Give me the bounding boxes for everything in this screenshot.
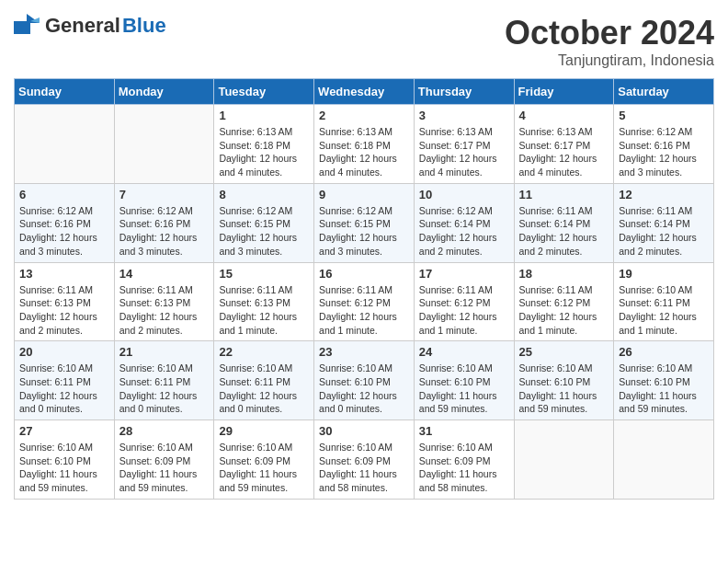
day-number: 21 xyxy=(119,345,210,359)
calendar-day-cell: 18Sunrise: 6:11 AM Sunset: 6:12 PM Dayli… xyxy=(514,262,614,341)
day-number: 27 xyxy=(19,424,109,438)
weekday-header: Wednesday xyxy=(314,79,415,105)
calendar-day-cell: 10Sunrise: 6:12 AM Sunset: 6:14 PM Dayli… xyxy=(414,183,514,262)
calendar-day-cell: 19Sunrise: 6:10 AM Sunset: 6:11 PM Dayli… xyxy=(614,262,714,341)
day-number: 6 xyxy=(19,188,109,201)
calendar-table: SundayMondayTuesdayWednesdayThursdayFrid… xyxy=(14,78,714,500)
day-info: Sunrise: 6:11 AM Sunset: 6:13 PM Dayligh… xyxy=(19,283,109,338)
day-info: Sunrise: 6:11 AM Sunset: 6:12 PM Dayligh… xyxy=(419,283,509,338)
day-info: Sunrise: 6:10 AM Sunset: 6:09 PM Dayligh… xyxy=(119,441,210,495)
month-title: October 2024 xyxy=(505,14,714,52)
day-number: 8 xyxy=(219,188,309,201)
calendar-day-cell: 22Sunrise: 6:10 AM Sunset: 6:11 PM Dayli… xyxy=(214,341,314,420)
day-number: 28 xyxy=(119,424,210,438)
calendar-day-cell: 15Sunrise: 6:11 AM Sunset: 6:13 PM Dayli… xyxy=(214,262,314,341)
day-info: Sunrise: 6:10 AM Sunset: 6:10 PM Dayligh… xyxy=(319,362,409,416)
day-info: Sunrise: 6:11 AM Sunset: 6:13 PM Dayligh… xyxy=(219,283,309,338)
day-info: Sunrise: 6:13 AM Sunset: 6:17 PM Dayligh… xyxy=(419,125,509,179)
calendar-day-cell: 16Sunrise: 6:11 AM Sunset: 6:12 PM Dayli… xyxy=(314,262,415,341)
calendar-day-cell: 31Sunrise: 6:10 AM Sunset: 6:09 PM Dayli… xyxy=(414,420,514,500)
location-text: Tanjungtiram, Indonesia xyxy=(505,52,714,69)
day-number: 30 xyxy=(319,424,409,438)
day-number: 29 xyxy=(219,424,309,438)
weekday-header: Thursday xyxy=(414,79,514,105)
calendar-day-cell: 8Sunrise: 6:12 AM Sunset: 6:15 PM Daylig… xyxy=(214,183,314,262)
day-info: Sunrise: 6:11 AM Sunset: 6:14 PM Dayligh… xyxy=(619,204,709,259)
calendar-week-row: 13Sunrise: 6:11 AM Sunset: 6:13 PM Dayli… xyxy=(15,262,714,341)
day-info: Sunrise: 6:10 AM Sunset: 6:11 PM Dayligh… xyxy=(219,362,309,416)
day-info: Sunrise: 6:10 AM Sunset: 6:09 PM Dayligh… xyxy=(419,441,509,495)
day-number: 11 xyxy=(519,188,609,201)
calendar-day-cell: 24Sunrise: 6:10 AM Sunset: 6:10 PM Dayli… xyxy=(414,341,514,420)
calendar-day-cell: 11Sunrise: 6:11 AM Sunset: 6:14 PM Dayli… xyxy=(514,183,614,262)
weekday-header: Tuesday xyxy=(214,79,314,105)
day-info: Sunrise: 6:10 AM Sunset: 6:11 PM Dayligh… xyxy=(119,362,210,416)
calendar-day-cell: 25Sunrise: 6:10 AM Sunset: 6:10 PM Dayli… xyxy=(514,341,614,420)
day-number: 24 xyxy=(419,345,509,359)
day-number: 25 xyxy=(519,345,609,359)
page-header: GeneralBlue October 2024 Tanjungtiram, I… xyxy=(14,14,714,69)
day-number: 22 xyxy=(219,345,309,359)
day-number: 2 xyxy=(319,109,409,122)
weekday-header: Monday xyxy=(114,79,214,105)
day-number: 3 xyxy=(419,109,509,122)
day-info: Sunrise: 6:12 AM Sunset: 6:14 PM Dayligh… xyxy=(419,204,509,259)
calendar-day-cell: 14Sunrise: 6:11 AM Sunset: 6:13 PM Dayli… xyxy=(114,262,214,341)
svg-rect-0 xyxy=(14,21,30,34)
calendar-day-cell: 21Sunrise: 6:10 AM Sunset: 6:11 PM Dayli… xyxy=(114,341,214,420)
weekday-header: Sunday xyxy=(15,79,115,105)
calendar-day-cell: 7Sunrise: 6:12 AM Sunset: 6:16 PM Daylig… xyxy=(114,183,214,262)
day-number: 17 xyxy=(419,267,509,281)
calendar-day-cell: 12Sunrise: 6:11 AM Sunset: 6:14 PM Dayli… xyxy=(614,183,714,262)
day-info: Sunrise: 6:10 AM Sunset: 6:09 PM Dayligh… xyxy=(219,441,309,495)
weekday-header: Saturday xyxy=(614,79,714,105)
calendar-day-cell: 9Sunrise: 6:12 AM Sunset: 6:15 PM Daylig… xyxy=(314,183,415,262)
calendar-day-cell: 6Sunrise: 6:12 AM Sunset: 6:16 PM Daylig… xyxy=(15,183,115,262)
calendar-day-cell: 23Sunrise: 6:10 AM Sunset: 6:10 PM Dayli… xyxy=(314,341,415,420)
calendar-day-cell: 17Sunrise: 6:11 AM Sunset: 6:12 PM Dayli… xyxy=(414,262,514,341)
calendar-day-cell xyxy=(15,105,115,184)
calendar-day-cell: 4Sunrise: 6:13 AM Sunset: 6:17 PM Daylig… xyxy=(514,105,614,184)
day-info: Sunrise: 6:12 AM Sunset: 6:15 PM Dayligh… xyxy=(219,204,309,259)
calendar-week-row: 6Sunrise: 6:12 AM Sunset: 6:16 PM Daylig… xyxy=(15,183,714,262)
day-info: Sunrise: 6:12 AM Sunset: 6:16 PM Dayligh… xyxy=(619,125,709,179)
calendar-day-cell: 2Sunrise: 6:13 AM Sunset: 6:18 PM Daylig… xyxy=(314,105,415,184)
calendar-day-cell: 1Sunrise: 6:13 AM Sunset: 6:18 PM Daylig… xyxy=(214,105,314,184)
day-number: 12 xyxy=(619,188,709,201)
day-number: 5 xyxy=(619,109,709,122)
day-number: 4 xyxy=(519,109,609,122)
calendar-day-cell: 29Sunrise: 6:10 AM Sunset: 6:09 PM Dayli… xyxy=(214,420,314,500)
day-number: 10 xyxy=(419,188,509,201)
day-info: Sunrise: 6:12 AM Sunset: 6:16 PM Dayligh… xyxy=(19,204,109,259)
calendar-day-cell: 3Sunrise: 6:13 AM Sunset: 6:17 PM Daylig… xyxy=(414,105,514,184)
day-number: 20 xyxy=(19,345,109,359)
calendar-day-cell: 30Sunrise: 6:10 AM Sunset: 6:09 PM Dayli… xyxy=(314,420,415,500)
day-number: 15 xyxy=(219,267,309,281)
calendar-day-cell: 20Sunrise: 6:10 AM Sunset: 6:11 PM Dayli… xyxy=(15,341,115,420)
day-info: Sunrise: 6:11 AM Sunset: 6:13 PM Dayligh… xyxy=(119,283,210,338)
day-info: Sunrise: 6:10 AM Sunset: 6:10 PM Dayligh… xyxy=(419,362,509,416)
calendar-day-cell: 27Sunrise: 6:10 AM Sunset: 6:10 PM Dayli… xyxy=(15,420,115,500)
day-info: Sunrise: 6:11 AM Sunset: 6:14 PM Dayligh… xyxy=(519,204,609,259)
calendar-day-cell: 5Sunrise: 6:12 AM Sunset: 6:16 PM Daylig… xyxy=(614,105,714,184)
calendar-day-cell: 28Sunrise: 6:10 AM Sunset: 6:09 PM Dayli… xyxy=(114,420,214,500)
calendar-day-cell xyxy=(114,105,214,184)
day-info: Sunrise: 6:10 AM Sunset: 6:10 PM Dayligh… xyxy=(619,362,709,416)
weekday-header: Friday xyxy=(514,79,614,105)
calendar-day-cell: 13Sunrise: 6:11 AM Sunset: 6:13 PM Dayli… xyxy=(15,262,115,341)
calendar-week-row: 27Sunrise: 6:10 AM Sunset: 6:10 PM Dayli… xyxy=(15,420,714,500)
day-info: Sunrise: 6:13 AM Sunset: 6:18 PM Dayligh… xyxy=(319,125,409,179)
day-info: Sunrise: 6:10 AM Sunset: 6:11 PM Dayligh… xyxy=(19,362,109,416)
day-info: Sunrise: 6:12 AM Sunset: 6:15 PM Dayligh… xyxy=(319,204,409,259)
day-info: Sunrise: 6:13 AM Sunset: 6:17 PM Dayligh… xyxy=(519,125,609,179)
logo-blue-text: Blue xyxy=(122,14,166,38)
day-number: 7 xyxy=(119,188,210,201)
calendar-day-cell xyxy=(514,420,614,500)
day-number: 14 xyxy=(119,267,210,281)
day-info: Sunrise: 6:10 AM Sunset: 6:10 PM Dayligh… xyxy=(19,441,109,495)
day-info: Sunrise: 6:10 AM Sunset: 6:10 PM Dayligh… xyxy=(519,362,609,416)
day-number: 9 xyxy=(319,188,409,201)
calendar-week-row: 20Sunrise: 6:10 AM Sunset: 6:11 PM Dayli… xyxy=(15,341,714,420)
day-number: 18 xyxy=(519,267,609,281)
calendar-header-row: SundayMondayTuesdayWednesdayThursdayFrid… xyxy=(15,79,714,105)
